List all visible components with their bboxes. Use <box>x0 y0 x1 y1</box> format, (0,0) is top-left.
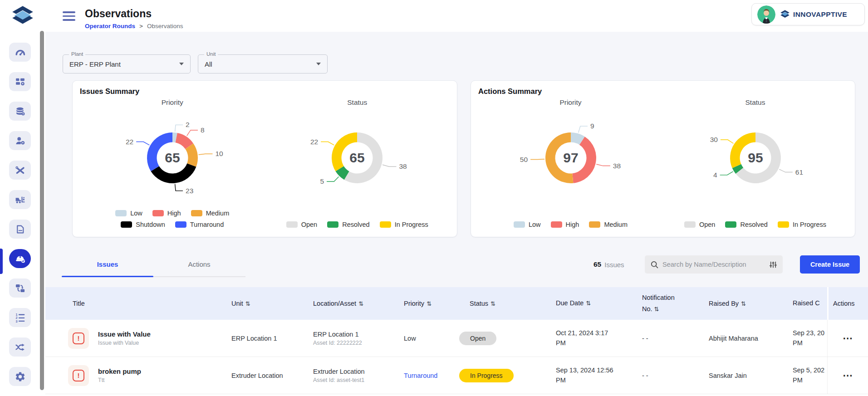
column-header-status[interactable]: Status ⇅ <box>458 300 556 307</box>
legend-item-in-progress[interactable]: In Progress <box>380 221 428 228</box>
row-due-date: Oct 21, 2024 3:17 PM <box>556 328 642 347</box>
legend-label: Resolved <box>342 221 369 228</box>
legend-swatch <box>191 210 202 216</box>
legend-swatch <box>121 221 132 228</box>
sidebar-item-settings-gear[interactable] <box>9 367 31 386</box>
sidebar-scrollbar[interactable] <box>40 31 44 390</box>
sort-icon: ⇅ <box>654 306 659 313</box>
column-header-unit[interactable]: Unit ⇅ <box>231 300 313 307</box>
sidebar-item-data-stack-gear[interactable] <box>9 102 31 121</box>
legend-item-medium[interactable]: Medium <box>589 221 628 228</box>
row-raised-on: Sep 23, 20 PM <box>793 328 827 347</box>
legend-item-open[interactable]: Open <box>684 221 715 228</box>
table-row[interactable]: ! Issue with Value Issue with Value ERP … <box>45 320 868 357</box>
row-priority: Low <box>404 335 458 342</box>
sidebar-item-maintenance-tools[interactable] <box>9 161 31 180</box>
column-header-priority[interactable]: Priority ⇅ <box>404 300 458 307</box>
sort-icon: ⇅ <box>427 300 432 307</box>
sidebar-item-document[interactable] <box>9 220 31 239</box>
row-location: ERP Location 1 <box>313 331 404 338</box>
filter-sliders-icon[interactable] <box>769 260 777 269</box>
profile-brand-card: INNOVAPPTIVE <box>751 3 865 25</box>
settings-gear-icon <box>15 371 26 382</box>
column-header-actions: Actions <box>827 287 868 320</box>
legend-item-resolved[interactable]: Resolved <box>725 221 767 228</box>
create-issue-button[interactable]: Create Issue <box>800 255 860 274</box>
legend-item-turnaround[interactable]: Turnaround <box>175 221 224 228</box>
legend-swatch <box>327 221 338 228</box>
svg-text:4: 4 <box>713 171 717 179</box>
tab-actions[interactable]: Actions <box>153 252 245 276</box>
sidebar-item-forklift[interactable] <box>9 190 31 209</box>
legend-item-shutdown[interactable]: Shutdown <box>121 221 165 228</box>
legend-label: Medium <box>604 221 628 228</box>
column-header-notification[interactable]: NotificationNo. ⇅ <box>642 292 709 314</box>
sidebar-item-dashboard-gauge[interactable] <box>9 43 31 62</box>
svg-text:38: 38 <box>613 162 620 170</box>
main-content: Plant ERP - ERP Plant Unit All Issues Su… <box>45 32 868 396</box>
table-body: ! Issue with Value Issue with Value ERP … <box>45 320 868 394</box>
numbered-list-icon: 123 <box>15 312 26 323</box>
legend-item-low[interactable]: Low <box>514 221 541 228</box>
chevron-down-icon <box>316 63 321 65</box>
column-header-raised-by[interactable]: Raised By ⇅ <box>709 300 793 307</box>
legend-item-low[interactable]: Low <box>115 210 142 217</box>
legend-item-medium[interactable]: Medium <box>191 210 230 217</box>
plant-select[interactable]: Plant ERP - ERP Plant <box>63 54 191 73</box>
breadcrumb-parent-link[interactable]: Operator Rounds <box>85 23 135 29</box>
row-subtitle: Ttt <box>98 377 141 383</box>
sidebar-item-operator-rounds-hardhat[interactable] <box>9 249 31 268</box>
status-badge: In Progress <box>459 369 514 382</box>
sidebar-item-widgets-gear[interactable] <box>9 72 31 91</box>
row-more-icon[interactable]: ⋯ <box>843 333 853 343</box>
sort-icon: ⇅ <box>358 300 363 307</box>
issues-status-chart: Status3852265OpenResolvedIn Progress <box>265 96 450 228</box>
legend-swatch <box>725 221 736 228</box>
column-header-raised-c: Raised C <box>793 298 827 308</box>
hamburger-menu-icon[interactable] <box>63 11 75 20</box>
issues-priority-center-total: 65 <box>165 150 180 165</box>
issues-status-chart-title: Status <box>347 98 367 108</box>
row-location: Extruder Location <box>313 368 404 375</box>
tab-issues[interactable]: Issues <box>62 252 153 276</box>
legend-item-high[interactable]: High <box>152 210 181 217</box>
legend-item-in-progress[interactable]: In Progress <box>778 221 826 228</box>
legend-swatch <box>589 221 600 228</box>
legend-swatch <box>115 210 127 216</box>
maintenance-tools-icon <box>15 165 26 176</box>
data-stack-gear-icon <box>15 106 26 117</box>
unit-select-label: Unit <box>204 51 218 57</box>
row-unit: Extruder Location <box>231 372 313 379</box>
user-avatar[interactable] <box>757 5 775 24</box>
table-row[interactable]: ! broken pump Ttt Extruder Location Extr… <box>45 357 868 394</box>
row-more-icon[interactable]: ⋯ <box>843 371 853 381</box>
column-header-due-date[interactable]: Due Date ⇅ <box>556 298 642 308</box>
plant-select-label: Plant <box>69 51 85 57</box>
search-input[interactable] <box>662 261 765 268</box>
row-notification-no: - - <box>642 372 709 379</box>
forklift-icon <box>15 194 26 205</box>
row-raised-on: Sep 5, 202 PM <box>793 366 827 385</box>
sidebar-item-numbered-list[interactable]: 123 <box>9 308 31 327</box>
column-header-location-asset[interactable]: Location/Asset ⇅ <box>313 300 404 307</box>
sidebar-item-workflow-sync[interactable] <box>9 279 31 298</box>
legend-item-resolved[interactable]: Resolved <box>327 221 369 228</box>
column-header-title: Title <box>66 300 231 307</box>
unit-select[interactable]: Unit All <box>198 54 328 73</box>
widgets-gear-icon <box>15 76 26 88</box>
trend-arrows-icon <box>15 342 26 353</box>
row-subtitle: Issue with Value <box>98 340 151 346</box>
row-notification-no: - - <box>642 335 709 342</box>
legend-item-high[interactable]: High <box>551 221 579 228</box>
sidebar-item-trend-arrows[interactable] <box>9 337 31 357</box>
issues-count-value: 65 <box>593 260 601 269</box>
legend-swatch <box>286 221 298 228</box>
sort-icon: ⇅ <box>586 299 591 308</box>
sidebar-item-user-gear[interactable] <box>9 131 31 150</box>
actions-priority-center-total: 97 <box>563 150 578 165</box>
brand-logo-icon <box>780 9 790 20</box>
brand: INNOVAPPTIVE <box>780 9 847 20</box>
row-raised-by: Abhijit Maharana <box>709 335 793 342</box>
legend-item-open[interactable]: Open <box>286 221 317 228</box>
issues-table: TitleUnit ⇅Location/Asset ⇅Priority ⇅Sta… <box>45 287 868 396</box>
